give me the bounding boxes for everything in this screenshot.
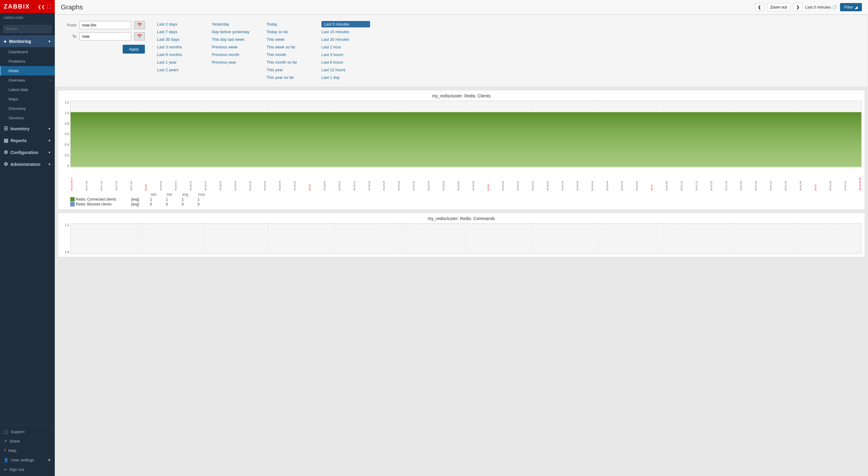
x-tick-38: 00:31:15 — [695, 168, 698, 191]
shortcut-last-6-months[interactable]: Last 6 months — [157, 52, 206, 58]
shortcut-day-before-yesterday[interactable]: Day before yesterday — [212, 29, 260, 35]
search-input[interactable] — [3, 25, 52, 33]
sidebar-item-maps[interactable]: Maps — [0, 94, 55, 104]
shortcut-this-year-so-far[interactable]: This year so far — [267, 74, 315, 81]
from-calendar-button[interactable]: 📅 — [134, 21, 145, 29]
clock-icon: 🕐 — [832, 5, 837, 9]
legend-min-connected: 1 — [166, 197, 181, 201]
shortcut-last-7-days[interactable]: Last 7 days — [157, 29, 206, 35]
graph-commands-container: my_rediscluster: Redis: Commands 1.2 1.0 — [58, 213, 865, 257]
shortcut-last-2-days[interactable]: Last 2 days — [157, 21, 206, 27]
sidebar-item-dashboard[interactable]: Dashboard — [0, 47, 55, 57]
sidebar-item-administration[interactable]: ⚙ Administration ▼ — [0, 158, 55, 170]
shortcut-yesterday[interactable]: Yesterday — [212, 21, 260, 27]
sidebar-item-discovery[interactable]: Discovery — [0, 104, 55, 113]
x-tick-27: 00:30:10 — [517, 168, 519, 191]
y-label-00: 0 — [67, 164, 69, 168]
sidebar-item-configuration[interactable]: ⚙ Configuration ▼ — [0, 147, 55, 158]
sidebar-item-services[interactable]: Services — [0, 113, 55, 123]
x-tick-16: 00:29:10 — [338, 168, 341, 191]
shortcut-last-30-days[interactable]: Last 30 days — [157, 36, 206, 42]
to-input[interactable] — [80, 32, 131, 40]
shortcut-previous-year[interactable]: Previous year — [212, 59, 260, 65]
shortcut-last-5-min[interactable]: Last 5 minutes — [321, 21, 370, 27]
inventory-label: Inventory — [10, 126, 30, 131]
sidebar-item-problems[interactable]: Problems — [0, 57, 55, 66]
sidebar-item-support[interactable]: ◯ Support — [0, 427, 55, 437]
x-tick-1: 00:27:35 — [85, 168, 88, 191]
collapse-icon[interactable]: ❮❮ — [38, 4, 45, 9]
zoom-out-button[interactable]: Zoom out — [767, 3, 790, 11]
time-shortcuts: Last 2 days Yesterday Today Last 5 minut… — [157, 21, 370, 81]
legend-max-connected: 1 — [197, 197, 213, 201]
sidebar-item-overview[interactable]: Overview › — [0, 75, 55, 85]
to-label: To — [64, 34, 76, 39]
shortcut-last-3-hours[interactable]: Last 3 hours — [321, 52, 370, 58]
shortcut-last-6-hours[interactable]: Last 6 hours — [321, 59, 370, 65]
x-tick-3: 00:27:45 — [115, 168, 118, 191]
sidebar-bottom: ◯ Support ↗ Share ? Help 👤 User settings… — [0, 425, 55, 476]
graph-commands-wrapper: 1.2 1.0 — [61, 223, 862, 254]
x-tick-20: 00:29:30 — [398, 168, 400, 191]
x-tick-12: 00:28:40 — [264, 168, 266, 191]
shortcut-this-week[interactable]: This week — [267, 36, 315, 42]
apply-button[interactable]: Apply — [123, 45, 145, 54]
x-tick-35: 00:30:50 — [636, 168, 638, 191]
share-icon: ↗ — [4, 439, 7, 443]
nav-next-button[interactable]: ❯ — [794, 3, 802, 11]
shortcut-last-15-min[interactable]: Last 15 minutes — [321, 29, 370, 35]
x-tick-9: 00:28:25 — [219, 168, 222, 191]
nav-prev-button[interactable]: ❮ — [755, 3, 764, 11]
sidebar-item-hosts[interactable]: Hosts — [0, 66, 55, 75]
shortcut-empty-2 — [157, 74, 206, 81]
legend-tag-connected: [avg] — [131, 197, 149, 201]
sidebar-item-user-settings[interactable]: 👤 User settings ▼ — [0, 455, 55, 465]
expand-icon[interactable]: ⛶ — [47, 4, 51, 9]
shortcut-this-year[interactable]: This year — [267, 67, 315, 73]
sign-out-icon: ↩ — [4, 467, 7, 472]
sidebar-item-reports[interactable]: ▤ Reports ▼ — [0, 134, 55, 147]
shortcut-last-30-min[interactable]: Last 30 minutes — [321, 36, 370, 42]
x-tick-4: 00:27:50 — [130, 168, 133, 191]
x-axis-labels: 09-16 00:27 00:27:35 00:27:40 00:27:45 0… — [70, 168, 862, 191]
shortcut-this-day-last-week[interactable]: This day last week — [212, 36, 260, 42]
shortcut-today[interactable]: Today — [267, 21, 315, 27]
shortcut-last-2-years[interactable]: Last 2 years — [157, 67, 206, 73]
shortcut-empty-1 — [212, 67, 260, 73]
shortcut-this-week-so-far[interactable]: This week so far — [267, 44, 315, 50]
sidebar-item-share[interactable]: ↗ Share — [0, 437, 55, 446]
shortcut-this-month-so-far[interactable]: This month so far — [267, 59, 315, 65]
x-tick-11: 00:28:35 — [249, 168, 252, 191]
legend-name-connected: Redis: Connected clients — [76, 197, 130, 201]
sidebar-item-latest-data[interactable]: Latest data — [0, 85, 55, 94]
shortcut-this-month[interactable]: This month — [267, 52, 315, 58]
cmd-y-12: 1.2 — [65, 223, 69, 227]
sidebar-item-monitoring[interactable]: ● Monitoring ▼ — [0, 36, 55, 47]
to-calendar-button[interactable]: 📅 — [134, 32, 145, 40]
x-tick-red-1: 09-16 00:27 — [70, 168, 73, 191]
x-tick-29: 00:30:20 — [546, 168, 549, 191]
shortcut-previous-month[interactable]: Previous month — [212, 52, 260, 58]
x-tick-red-6: 00:32 — [814, 168, 817, 191]
shortcut-last-1-year[interactable]: Last 1 year — [157, 59, 206, 65]
sidebar-item-inventory[interactable]: ☰ Inventory ▼ — [0, 123, 55, 134]
legend-last-connected: 1 — [150, 197, 165, 201]
from-label: From — [64, 23, 76, 27]
y-label-10: 1.0 — [65, 112, 69, 115]
shortcut-previous-week[interactable]: Previous week — [212, 44, 260, 50]
sidebar-item-help[interactable]: ? Help — [0, 446, 55, 455]
page-title: Graphs — [61, 3, 83, 11]
shortcut-today-so-far[interactable]: Today so far — [267, 29, 315, 35]
filter-form: From 📅 To 📅 Apply — [64, 21, 145, 81]
graph-commands-svg — [70, 223, 862, 254]
support-icon: ◯ — [4, 430, 8, 434]
filter-button[interactable]: Filter ◢ — [840, 3, 862, 11]
shortcut-last-1-hour[interactable]: Last 1 hour — [321, 44, 370, 50]
graph-clients-legend: last min avg max Redis: Connected client… — [61, 192, 862, 207]
from-input[interactable] — [80, 21, 131, 29]
shortcut-last-3-months[interactable]: Last 3 months — [157, 44, 206, 50]
sidebar-item-sign-out[interactable]: ↩ Sign out — [0, 465, 55, 474]
shortcut-last-12-hours[interactable]: Last 12 hours — [321, 67, 370, 73]
shortcut-last-1-day[interactable]: Last 1 day — [321, 74, 370, 81]
x-tick-30: 00:30:25 — [561, 168, 564, 191]
